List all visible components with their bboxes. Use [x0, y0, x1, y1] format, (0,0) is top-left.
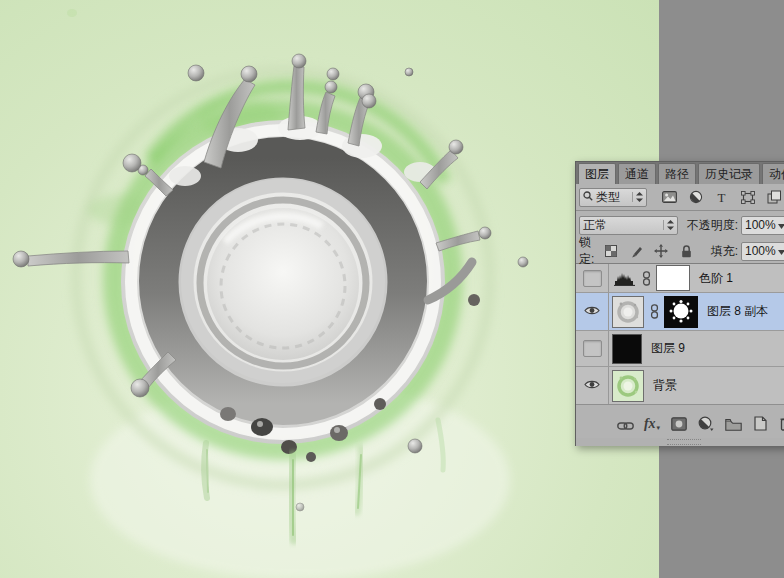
layer-row-background[interactable]: 背景 — [576, 367, 784, 404]
chevron-down-icon: ▾ — [657, 424, 661, 431]
lock-all-padlock-icon[interactable] — [678, 243, 695, 260]
chevron-down-icon — [778, 218, 784, 232]
layer-mask-thumbnail-selected[interactable] — [664, 296, 698, 328]
visibility-toggle[interactable] — [576, 367, 609, 404]
layer-name: 图层 8 副本 — [707, 303, 768, 320]
eye-icon — [584, 379, 600, 393]
panel-tab-bar: 图层 通道 路径 历史记录 动作 — [576, 162, 784, 184]
blend-mode-select[interactable]: 正常 — [579, 216, 678, 235]
opacity-input[interactable]: 100% — [741, 216, 784, 235]
delete-layer-trash-icon[interactable] — [778, 413, 784, 431]
layer-row-levels-1[interactable]: 色阶 1 — [576, 264, 784, 293]
blend-mode-value: 正常 — [583, 217, 607, 234]
lock-label: 锁定: — [579, 234, 598, 268]
mask-link-icon[interactable] — [642, 271, 651, 286]
opacity-value: 100% — [745, 218, 776, 232]
tab-channels[interactable]: 通道 — [618, 163, 656, 184]
layer-row-layer-9[interactable]: 图层 9 — [576, 331, 784, 367]
combo-spinner-icon — [632, 192, 643, 202]
mask-link-icon[interactable] — [650, 304, 659, 319]
layer-style-fx-icon[interactable]: fx▾ — [643, 413, 661, 431]
layer-thumbnail[interactable] — [612, 296, 644, 328]
visibility-toggle[interactable] — [576, 264, 609, 292]
layer-name: 背景 — [653, 377, 677, 394]
tab-layers[interactable]: 图层 — [578, 163, 616, 184]
eye-icon — [584, 305, 600, 319]
fill-value: 100% — [745, 244, 776, 258]
layer-thumbnail[interactable] — [612, 334, 642, 364]
add-layer-mask-icon[interactable] — [670, 413, 688, 431]
fill-input[interactable]: 100% — [741, 242, 784, 261]
filter-smart-object-icon[interactable] — [765, 189, 782, 206]
search-icon — [583, 190, 593, 204]
canvas[interactable] — [0, 0, 659, 578]
filter-type-layer-icon[interactable]: T — [713, 189, 730, 206]
layers-panel: 图层 通道 路径 历史记录 动作 类型 — [575, 161, 784, 446]
layer-name: 图层 9 — [651, 340, 685, 357]
layer-mask-thumbnail[interactable] — [656, 265, 690, 291]
photoshop-workspace: 图层 通道 路径 历史记录 动作 类型 — [0, 0, 784, 578]
blend-mode-row: 正常 不透明度: 100% — [576, 211, 784, 239]
combo-spinner-icon — [663, 220, 674, 230]
lock-icon-group — [603, 243, 695, 260]
filter-type-label: 类型 — [596, 189, 620, 206]
filter-adjustment-layer-icon[interactable] — [687, 189, 704, 206]
filter-pixel-layer-icon[interactable] — [661, 189, 678, 206]
layer-name: 色阶 1 — [699, 270, 733, 287]
filter-type-combo[interactable]: 类型 — [579, 188, 647, 207]
visibility-toggle[interactable] — [576, 293, 609, 330]
layer-thumbnail[interactable] — [612, 370, 644, 402]
visibility-empty-box — [583, 340, 602, 357]
chevron-down-icon — [778, 244, 784, 258]
filter-icon-group: T — [661, 189, 782, 206]
tab-history[interactable]: 历史记录 — [698, 163, 760, 184]
panel-resize-grip[interactable] — [576, 438, 784, 446]
layer-list: 色阶 1 图层 8 副本 — [576, 264, 784, 404]
visibility-empty-box — [583, 270, 602, 287]
link-layers-icon[interactable] — [616, 413, 634, 431]
splash-artwork — [0, 0, 659, 578]
tab-actions[interactable]: 动作 — [762, 163, 784, 184]
svg-text:T: T — [718, 191, 726, 204]
visibility-toggle[interactable] — [576, 331, 609, 366]
lock-position-move-icon[interactable] — [653, 243, 670, 260]
lock-pixels-brush-icon[interactable] — [628, 243, 645, 260]
filter-shape-layer-icon[interactable] — [739, 189, 756, 206]
new-group-folder-icon[interactable] — [724, 413, 742, 431]
layer-filter-row: 类型 T — [576, 184, 784, 211]
levels-histogram-icon — [614, 271, 636, 286]
lock-transparency-icon[interactable] — [603, 243, 620, 260]
lock-row: 锁定: 填充: 100% — [576, 239, 784, 264]
new-layer-icon[interactable] — [751, 413, 769, 431]
tab-paths[interactable]: 路径 — [658, 163, 696, 184]
fill-label: 填充: — [711, 243, 738, 260]
grip-dots — [667, 439, 701, 445]
panel-bottom-bar: fx▾ — [576, 404, 784, 438]
new-adjustment-layer-icon[interactable] — [697, 413, 715, 431]
opacity-label: 不透明度: — [687, 217, 738, 234]
layer-row-layer-8-copy[interactable]: 图层 8 副本 — [576, 293, 784, 331]
